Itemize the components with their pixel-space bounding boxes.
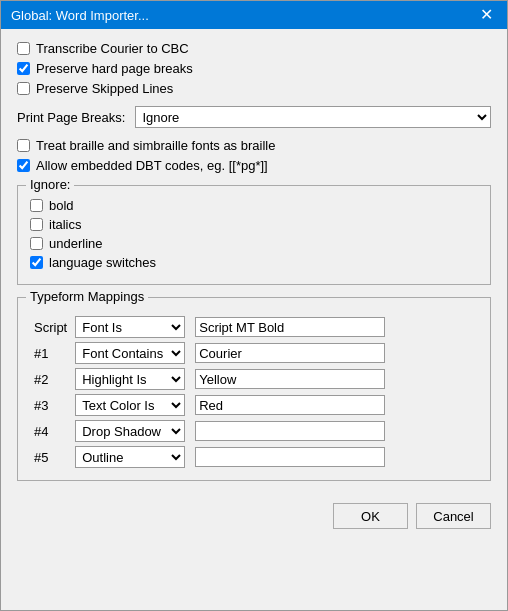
typeform-condition-script[interactable]: Font Is Font Contains Highlight Is Text … (75, 316, 185, 338)
typeform-value-2[interactable] (195, 369, 385, 389)
bottom-buttons: OK Cancel (1, 493, 507, 543)
close-button[interactable]: ✕ (476, 7, 497, 23)
typeform-row-5: #5 Font Is Font Contains Highlight Is Te… (30, 444, 478, 470)
ignore-group-legend: Ignore: (26, 177, 74, 192)
typeform-condition-script-cell: Font Is Font Contains Highlight Is Text … (71, 314, 189, 340)
typeform-condition-4[interactable]: Font Is Font Contains Highlight Is Text … (75, 420, 185, 442)
ignore-group-content: bold italics underline language switches (30, 198, 478, 270)
ignore-group-box: Ignore: bold italics underline language … (17, 185, 491, 285)
typeform-id-4: #4 (30, 418, 71, 444)
typeform-condition-5-cell: Font Is Font Contains Highlight Is Text … (71, 444, 189, 470)
ignore-italics-label: italics (49, 217, 82, 232)
transcribe-courier-row: Transcribe Courier to CBC (17, 41, 491, 56)
typeform-value-3-cell (189, 392, 478, 418)
typeform-value-5[interactable] (195, 447, 385, 467)
ignore-italics-row: italics (30, 217, 478, 232)
typeform-condition-1-cell: Font Is Font Contains Highlight Is Text … (71, 340, 189, 366)
typeform-condition-2-cell: Font Is Font Contains Highlight Is Text … (71, 366, 189, 392)
typeform-id-5: #5 (30, 444, 71, 470)
allow-embedded-label: Allow embedded DBT codes, eg. [[*pg*]] (36, 158, 268, 173)
treat-braille-row: Treat braille and simbraille fonts as br… (17, 138, 491, 153)
typeform-value-script[interactable] (195, 317, 385, 337)
typeform-value-4[interactable] (195, 421, 385, 441)
typeform-row-script: Script Font Is Font Contains Highlight I… (30, 314, 478, 340)
print-page-breaks-label: Print Page Breaks: (17, 110, 125, 125)
typeform-row-2: #2 Font Is Font Contains Highlight Is Te… (30, 366, 478, 392)
typeform-condition-5[interactable]: Font Is Font Contains Highlight Is Text … (75, 446, 185, 468)
typeform-id-1: #1 (30, 340, 71, 366)
title-bar: Global: Word Importer... ✕ (1, 1, 507, 29)
typeform-value-4-cell (189, 418, 478, 444)
main-content: Transcribe Courier to CBC Preserve hard … (1, 29, 507, 493)
typeform-condition-1[interactable]: Font Is Font Contains Highlight Is Text … (75, 342, 185, 364)
preserve-hard-checkbox[interactable] (17, 62, 30, 75)
allow-embedded-checkbox[interactable] (17, 159, 30, 172)
typeform-value-1-cell (189, 340, 478, 366)
preserve-skipped-label: Preserve Skipped Lines (36, 81, 173, 96)
treat-braille-label: Treat braille and simbraille fonts as br… (36, 138, 275, 153)
dialog-title: Global: Word Importer... (11, 8, 149, 23)
ok-button[interactable]: OK (333, 503, 408, 529)
typeform-value-1[interactable] (195, 343, 385, 363)
typeform-condition-4-cell: Font Is Font Contains Highlight Is Text … (71, 418, 189, 444)
typeform-group-legend: Typeform Mappings (26, 289, 148, 304)
allow-embedded-row: Allow embedded DBT codes, eg. [[*pg*]] (17, 158, 491, 173)
typeform-id-3: #3 (30, 392, 71, 418)
preserve-skipped-checkbox[interactable] (17, 82, 30, 95)
ignore-bold-row: bold (30, 198, 478, 213)
ignore-italics-checkbox[interactable] (30, 218, 43, 231)
typeform-value-3[interactable] (195, 395, 385, 415)
print-page-breaks-row: Print Page Breaks: Ignore Include Exclud… (17, 106, 491, 128)
typeform-id-2: #2 (30, 366, 71, 392)
ignore-bold-label: bold (49, 198, 74, 213)
typeform-row-3: #3 Font Is Font Contains Highlight Is Te… (30, 392, 478, 418)
typeform-table: Script Font Is Font Contains Highlight I… (30, 314, 478, 470)
cancel-button[interactable]: Cancel (416, 503, 491, 529)
typeform-row-4: #4 Font Is Font Contains Highlight Is Te… (30, 418, 478, 444)
typeform-condition-3-cell: Font Is Font Contains Highlight Is Text … (71, 392, 189, 418)
typeform-value-2-cell (189, 366, 478, 392)
ignore-underline-row: underline (30, 236, 478, 251)
typeform-condition-3[interactable]: Font Is Font Contains Highlight Is Text … (75, 394, 185, 416)
transcribe-courier-label: Transcribe Courier to CBC (36, 41, 189, 56)
ignore-underline-label: underline (49, 236, 103, 251)
preserve-hard-label: Preserve hard page breaks (36, 61, 193, 76)
print-page-breaks-select[interactable]: Ignore Include Exclude (135, 106, 491, 128)
ignore-language-checkbox[interactable] (30, 256, 43, 269)
transcribe-courier-checkbox[interactable] (17, 42, 30, 55)
dialog: Global: Word Importer... ✕ Transcribe Co… (0, 0, 508, 611)
preserve-skipped-row: Preserve Skipped Lines (17, 81, 491, 96)
typeform-row-1: #1 Font Is Font Contains Highlight Is Te… (30, 340, 478, 366)
typeform-group-box: Typeform Mappings Script Font Is Font Co… (17, 297, 491, 481)
typeform-condition-2[interactable]: Font Is Font Contains Highlight Is Text … (75, 368, 185, 390)
treat-braille-checkbox[interactable] (17, 139, 30, 152)
typeform-id-script: Script (30, 314, 71, 340)
ignore-bold-checkbox[interactable] (30, 199, 43, 212)
ignore-language-label: language switches (49, 255, 156, 270)
ignore-language-row: language switches (30, 255, 478, 270)
typeform-value-script-cell (189, 314, 478, 340)
preserve-hard-row: Preserve hard page breaks (17, 61, 491, 76)
typeform-value-5-cell (189, 444, 478, 470)
ignore-underline-checkbox[interactable] (30, 237, 43, 250)
